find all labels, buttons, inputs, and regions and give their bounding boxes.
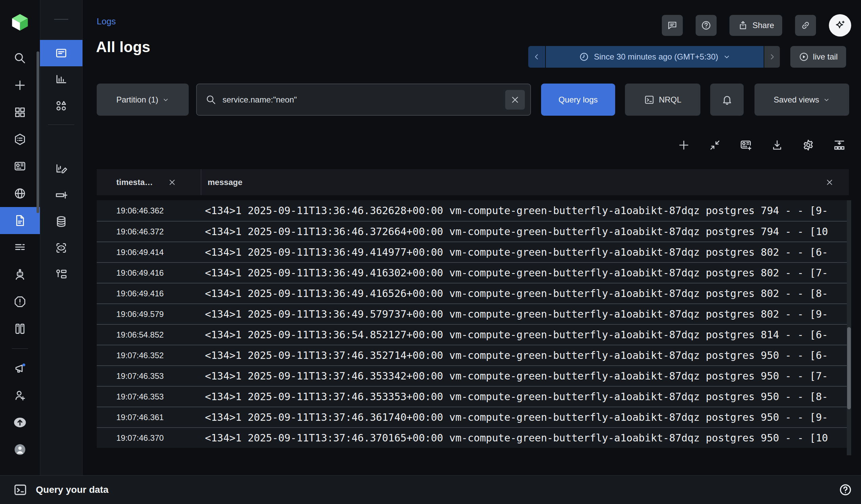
terminal-icon	[13, 482, 28, 497]
log-row[interactable]: 19:06:46.362 <134>1 2025-09-11T13:36:46.…	[97, 200, 849, 221]
logs-sidebar-item-data-partitions[interactable]	[40, 208, 83, 235]
sidebar-scrollbar[interactable]	[37, 51, 39, 213]
hexagon-list-icon	[14, 133, 26, 146]
log-row[interactable]: 19:06:49.414 <134>1 2025-09-11T13:36:49.…	[97, 242, 849, 262]
help-circle-icon	[839, 483, 852, 496]
log-row[interactable]: 19:07:46.370 <134>1 2025-09-11T13:37:46.…	[97, 427, 849, 448]
sidebar-item-dashboards[interactable]	[0, 153, 40, 180]
query-logs-button[interactable]: Query logs	[541, 84, 615, 116]
collapse-button[interactable]	[709, 139, 721, 151]
add-to-dashboard-button[interactable]	[740, 139, 752, 151]
log-timestamp-cell: 19:06:54.852	[97, 330, 201, 340]
download-button[interactable]	[771, 139, 783, 151]
sidebar-item-compare[interactable]	[0, 315, 40, 342]
logs-sidebar-item-obfuscation[interactable]	[40, 235, 83, 261]
clock-icon	[579, 52, 589, 62]
sidebar-item-entities[interactable]	[0, 126, 40, 153]
bell-icon	[721, 94, 733, 106]
log-row[interactable]: 19:06:49.416 <134>1 2025-09-11T13:36:49.…	[97, 262, 849, 283]
column-header-timestamp[interactable]: timesta…	[97, 178, 201, 187]
log-row[interactable]: 19:07:46.352 <134>1 2025-09-11T13:37:46.…	[97, 345, 849, 365]
logs-sidebar-item-drop-filters[interactable]	[40, 182, 83, 208]
logs-sidebar-divider-top	[54, 19, 68, 19]
logs-sidebar-divider	[48, 124, 74, 125]
query-your-data-bar[interactable]: Query your data	[0, 475, 861, 504]
upload-circle-icon	[13, 417, 27, 428]
log-timestamp-cell: 19:06:49.414	[97, 248, 201, 257]
copy-link-button[interactable]	[795, 15, 816, 36]
ai-assistant-button[interactable]	[829, 14, 851, 37]
table-scrollbar-track[interactable]	[847, 200, 851, 455]
bottom-help-button[interactable]	[839, 483, 852, 496]
remove-timestamp-column-button[interactable]	[168, 178, 177, 187]
sidebar-item-ai-assistant[interactable]	[0, 261, 40, 288]
sidebar-item-announcements[interactable]	[0, 355, 40, 382]
log-search-input[interactable]	[222, 95, 505, 105]
log-row[interactable]: 19:06:49.416 <134>1 2025-09-11T13:36:49.…	[97, 283, 849, 303]
log-search-box[interactable]	[196, 84, 531, 116]
remove-message-column-button[interactable]	[825, 178, 834, 187]
time-range-picker[interactable]: Since 30 minutes ago (GMT+5:30)	[546, 46, 764, 68]
feedback-button[interactable]	[662, 15, 683, 36]
partition-label: Partition (1)	[116, 95, 158, 105]
log-timestamp-cell: 19:07:46.361	[97, 413, 201, 422]
chevron-down-icon	[162, 96, 169, 103]
time-back-button[interactable]	[528, 46, 545, 68]
bar-slider-icon	[55, 189, 68, 202]
group-columns-button[interactable]	[833, 139, 846, 151]
log-row[interactable]: 19:07:46.353 <134>1 2025-09-11T13:37:46.…	[97, 386, 849, 407]
partition-dropdown[interactable]: Partition (1)	[97, 84, 189, 116]
logs-sidebar-item-create-chart[interactable]	[40, 155, 83, 182]
add-column-button[interactable]	[678, 139, 690, 151]
help-circle-icon	[701, 20, 712, 31]
logs-sidebar-item-parsing[interactable]	[40, 261, 83, 287]
log-row[interactable]: 19:07:46.361 <134>1 2025-09-11T13:37:46.…	[97, 407, 849, 427]
document-icon	[14, 214, 26, 227]
logs-sidebar	[40, 0, 83, 475]
share-label: Share	[752, 21, 774, 30]
log-row[interactable]: 19:06:49.579 <134>1 2025-09-11T13:36:49.…	[97, 303, 849, 324]
sidebar-item-traces[interactable]	[0, 234, 40, 261]
column-divider	[201, 169, 201, 195]
log-timestamp-cell: 19:07:46.370	[97, 433, 201, 443]
nrql-label: NRQL	[659, 95, 681, 105]
sidebar-item-account[interactable]	[0, 436, 40, 463]
breadcrumb[interactable]: Logs	[97, 16, 116, 27]
sidebar-item-browse[interactable]	[0, 180, 40, 207]
share-button[interactable]: Share	[729, 15, 782, 36]
alert-bell-button[interactable]	[710, 84, 744, 116]
log-message-cell: <134>1 2025-09-11T13:36:49.579737+00:00 …	[201, 308, 849, 320]
sidebar-item-upgrade[interactable]	[0, 409, 40, 436]
log-row[interactable]: 19:06:46.372 <134>1 2025-09-11T13:36:46.…	[97, 221, 849, 242]
log-row[interactable]: 19:07:46.353 <134>1 2025-09-11T13:37:46.…	[97, 365, 849, 386]
sidebar-item-alerts[interactable]	[0, 288, 40, 315]
sidebar-item-invite-user[interactable]	[0, 382, 40, 409]
log-table: timesta… message 19:06:46.362 <	[97, 169, 849, 448]
megaphone-icon	[14, 362, 26, 375]
log-timestamp-cell: 19:06:49.579	[97, 310, 201, 319]
settings-button[interactable]	[802, 139, 815, 151]
log-timestamp-cell: 19:07:46.352	[97, 351, 201, 360]
brand-logo[interactable]	[11, 0, 29, 45]
saved-views-dropdown[interactable]: Saved views	[754, 84, 849, 116]
nrql-button[interactable]: NRQL	[625, 84, 700, 116]
alert-octagon-icon	[14, 295, 26, 308]
table-scrollbar-thumb[interactable]	[847, 327, 851, 409]
time-forward-button[interactable]	[764, 46, 780, 68]
sidebar-item-logs[interactable]	[0, 207, 40, 234]
log-message-cell: <134>1 2025-09-11T13:36:49.414977+00:00 …	[201, 246, 849, 258]
database-icon	[55, 215, 68, 228]
log-row[interactable]: 19:06:54.852 <134>1 2025-09-11T13:36:54.…	[97, 324, 849, 345]
help-button[interactable]	[696, 15, 716, 36]
logs-app-screen: Logs All logs Share	[0, 0, 861, 504]
log-timestamp-cell: 19:07:46.353	[97, 392, 201, 401]
column-header-message[interactable]: message	[201, 178, 849, 187]
timestamp-column-label: timesta…	[116, 178, 153, 187]
clear-search-button[interactable]	[505, 90, 525, 110]
log-timestamp-cell: 19:06:46.362	[97, 206, 201, 216]
filter-bar: Partition (1) Query logs NRQL	[0, 84, 861, 116]
log-message-cell: <134>1 2025-09-11T13:36:49.416302+00:00 …	[201, 267, 849, 279]
avatar-icon	[13, 443, 27, 456]
live-tail-button[interactable]: live tail	[790, 46, 846, 68]
query-your-data-label: Query your data	[36, 485, 109, 495]
